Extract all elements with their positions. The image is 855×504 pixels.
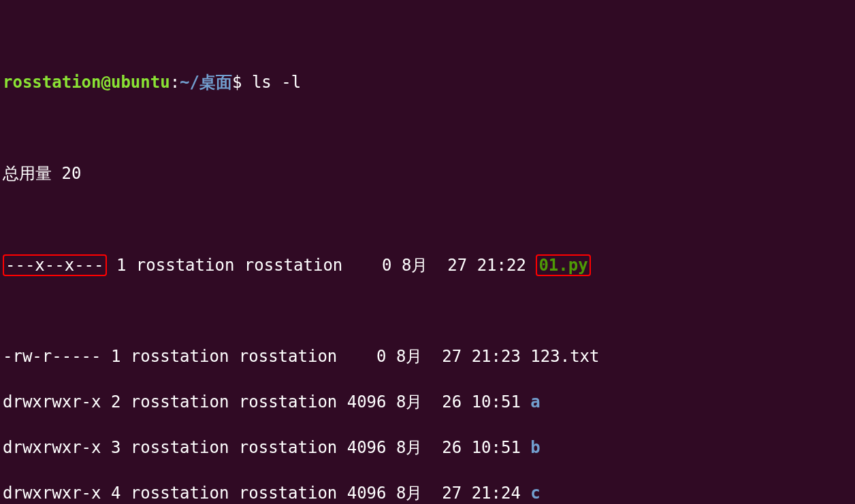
total-line-1: 总用量 20 [3,163,852,186]
file-row: drwxrwxr-x 4 rosstation rosstation 4096 … [3,482,852,504]
prompt-user: rosstation@ubuntu [3,73,170,92]
file-row: -rw-r----- 1 rosstation rosstation 0 8月 … [3,346,852,369]
file-row: drwxrwxr-x 3 rosstation rosstation 4096 … [3,437,852,460]
prompt-line-1: rosstation@ubuntu:~/桌面$ ls -l [3,71,852,95]
terminal[interactable]: rosstation@ubuntu:~/桌面$ ls -l 总用量 20 ---… [0,0,855,504]
command-ls-1: ls -l [252,73,301,92]
filename: 123.txt [530,347,599,366]
file-row: drwxrwxr-x 2 rosstation rosstation 4096 … [3,391,852,414]
file-row: ---x--x--- 1 rosstation rosstation 0 8月 … [3,254,852,278]
filename: a [530,392,540,411]
prompt-path: ~/桌面 [180,73,232,92]
permission-box: ---x--x--- [3,254,107,277]
filename-box: 01.py [536,254,590,277]
filename: b [530,438,540,457]
filename: c [530,484,540,503]
